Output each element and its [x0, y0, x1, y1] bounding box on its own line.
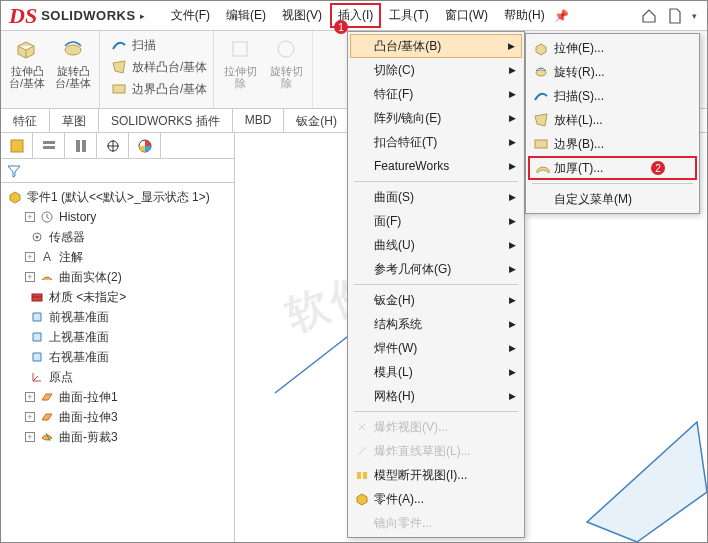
break-view-icon [354, 467, 370, 483]
panel-tab-appearance[interactable] [129, 133, 161, 158]
explode-line-icon [354, 443, 370, 459]
tree-surface-extrude3[interactable]: +曲面-拉伸3 [3, 407, 232, 427]
separator [354, 411, 518, 412]
panel-tab-feature-tree[interactable] [1, 133, 33, 158]
menu-edit[interactable]: 编辑(E) [218, 3, 274, 28]
submenu-arrow-icon: ▶ [509, 137, 516, 147]
separator [532, 183, 693, 184]
panel-tab-dim[interactable] [97, 133, 129, 158]
svg-point-15 [36, 236, 39, 239]
logo-text: SOLIDWORKS [41, 8, 136, 23]
expand-icon[interactable]: + [25, 432, 35, 442]
surface-body-icon [39, 269, 55, 285]
panel-tab-property[interactable] [33, 133, 65, 158]
svg-text:A: A [43, 250, 51, 264]
home-icon[interactable] [640, 7, 658, 25]
tree-root[interactable]: 零件1 (默认<<默认>_显示状态 1>) [3, 187, 232, 207]
tree-right-plane[interactable]: 右视基准面 [3, 347, 232, 367]
tab-mbd[interactable]: MBD [233, 109, 285, 132]
surface-trim-icon [39, 429, 55, 445]
tree-front-plane[interactable]: 前视基准面 [3, 307, 232, 327]
extrude-cut-icon [226, 35, 254, 63]
origin-icon [29, 369, 45, 385]
surface-extrude-icon [39, 409, 55, 425]
expand-icon[interactable]: + [25, 392, 35, 402]
tab-feature[interactable]: 特征 [1, 109, 50, 132]
menu-view[interactable]: 视图(V) [274, 3, 330, 28]
menu-sheetmetal[interactable]: 钣金(H)▶ [350, 288, 522, 312]
tab-sheetmetal[interactable]: 钣金(H) [284, 109, 350, 132]
submenu-revolve[interactable]: 旋转(R)... [528, 60, 697, 84]
tree-annot[interactable]: +A注解 [3, 247, 232, 267]
menu-insert[interactable]: 插入(I) 1 [330, 3, 381, 28]
menu-boss-base[interactable]: 凸台/基体(B)▶ [350, 34, 522, 58]
svg-rect-5 [43, 141, 55, 144]
menu-mesh[interactable]: 网格(H)▶ [350, 384, 522, 408]
svg-line-20 [358, 447, 366, 455]
expand-icon[interactable]: + [25, 412, 35, 422]
svg-point-3 [278, 41, 294, 57]
tree-history[interactable]: +History [3, 207, 232, 227]
submenu-extrude[interactable]: 拉伸(E)... [528, 36, 697, 60]
menu-featureworks[interactable]: FeatureWorks▶ [350, 154, 522, 178]
tree-surface-bodies[interactable]: +曲面实体(2) [3, 267, 232, 287]
ribbon-revolve-boss[interactable]: 旋转凸台/基体 [53, 35, 93, 89]
tree-surface-trim3[interactable]: +曲面-剪裁3 [3, 427, 232, 447]
tree-top-plane[interactable]: 上视基准面 [3, 327, 232, 347]
submenu-boundary[interactable]: 边界(B)... [528, 132, 697, 156]
menu-feature[interactable]: 特征(F)▶ [350, 82, 522, 106]
svg-point-0 [65, 45, 81, 55]
panel-tabs [1, 133, 234, 159]
plane-icon [29, 309, 45, 325]
tree-filter[interactable] [1, 159, 234, 183]
ribbon-extrude-cut: 拉伸切除 [220, 35, 260, 89]
menu-cut[interactable]: 切除(C)▶ [350, 58, 522, 82]
menu-mold[interactable]: 模具(L)▶ [350, 360, 522, 384]
menu-file[interactable]: 文件(F) [163, 3, 218, 28]
submenu-thicken[interactable]: 加厚(T)... 2 [528, 156, 697, 180]
top-right-tools: ▾ [640, 7, 707, 25]
ribbon-boundary[interactable]: 边界凸台/基体 [110, 79, 207, 99]
menu-part[interactable]: 零件(A)... [350, 487, 522, 511]
submenu-arrow-icon: ▶ [509, 343, 516, 353]
tree-material[interactable]: 材质 <未指定> [3, 287, 232, 307]
menu-face[interactable]: 面(F)▶ [350, 209, 522, 233]
submenu-customize[interactable]: 自定义菜单(M) [528, 187, 697, 211]
expand-icon[interactable]: + [25, 252, 35, 262]
feature-tree: 零件1 (默认<<默认>_显示状态 1>) +History 传感器 +A注解 … [1, 183, 234, 542]
panel-tab-config[interactable] [65, 133, 97, 158]
tree-sensor[interactable]: 传感器 [3, 227, 232, 247]
tree-surface-extrude1[interactable]: +曲面-拉伸1 [3, 387, 232, 407]
tab-sketch[interactable]: 草图 [50, 109, 99, 132]
feature-manager-panel: 零件1 (默认<<默认>_显示状态 1>) +History 传感器 +A注解 … [1, 133, 235, 542]
svg-rect-6 [43, 146, 55, 149]
expand-icon[interactable]: + [25, 212, 35, 222]
menu-fastening[interactable]: 扣合特征(T)▶ [350, 130, 522, 154]
menu-curve[interactable]: 曲线(U)▶ [350, 233, 522, 257]
menu-weldment[interactable]: 焊件(W)▶ [350, 336, 522, 360]
menu-mirror-part: 镜向零件... [350, 511, 522, 535]
tree-origin[interactable]: 原点 [3, 367, 232, 387]
menu-surface[interactable]: 曲面(S)▶ [350, 185, 522, 209]
menu-help[interactable]: 帮助(H) [496, 3, 553, 28]
menu-window[interactable]: 窗口(W) [437, 3, 496, 28]
ribbon-sweep[interactable]: 扫描 [110, 35, 207, 55]
ribbon-extrude-boss[interactable]: 拉伸凸台/基体 [7, 35, 47, 89]
svg-rect-22 [363, 472, 367, 479]
svg-point-23 [536, 70, 546, 76]
loft-icon [532, 111, 550, 129]
ribbon-loft[interactable]: 放样凸台/基体 [110, 57, 207, 77]
menu-pattern[interactable]: 阵列/镜向(E)▶ [350, 106, 522, 130]
menu-ref-geom[interactable]: 参考几何体(G)▶ [350, 257, 522, 281]
menu-tools[interactable]: 工具(T) [381, 3, 436, 28]
tab-addins[interactable]: SOLIDWORKS 插件 [99, 109, 233, 132]
menu-model-break[interactable]: 模型断开视图(I)... [350, 463, 522, 487]
new-doc-icon[interactable] [666, 7, 684, 25]
pin-icon[interactable]: 📌 [553, 7, 571, 25]
submenu-arrow-icon: ▶ [509, 240, 516, 250]
expand-icon[interactable]: + [25, 272, 35, 282]
insert-menu: 凸台/基体(B)▶ 切除(C)▶ 特征(F)▶ 阵列/镜向(E)▶ 扣合特征(T… [347, 31, 525, 538]
submenu-loft[interactable]: 放样(L)... [528, 108, 697, 132]
submenu-sweep[interactable]: 扫描(S)... [528, 84, 697, 108]
menu-structure[interactable]: 结构系统▶ [350, 312, 522, 336]
